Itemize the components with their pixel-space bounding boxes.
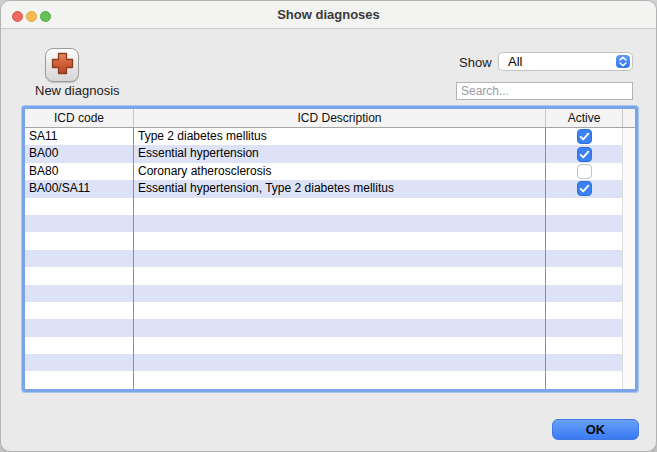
new-diagnosis-label: New diagnosis <box>35 83 113 98</box>
active-cell <box>546 302 623 319</box>
active-cell <box>546 337 623 354</box>
table-row-empty <box>25 285 635 302</box>
window-title: Show diagnoses <box>1 1 656 29</box>
scrollbar-track <box>623 232 635 249</box>
icd-code-cell <box>25 371 134 388</box>
icd-description-cell <box>134 389 546 390</box>
active-cell <box>546 145 623 162</box>
new-diagnosis-button[interactable] <box>45 48 79 82</box>
table-row-empty <box>25 302 635 319</box>
table-body: SA11Type 2 diabetes mellitusBA00Essentia… <box>25 128 635 390</box>
icd-code-cell <box>25 389 134 390</box>
active-cell <box>546 215 623 232</box>
table-row-empty <box>25 371 635 388</box>
active-cell <box>546 354 623 371</box>
icd-code-cell <box>25 215 134 232</box>
scrollbar-track <box>623 267 635 284</box>
icd-code-cell <box>25 354 134 371</box>
scrollbar-track <box>623 198 635 215</box>
table-header: ICD code ICD Description Active <box>25 109 635 128</box>
show-select[interactable]: All <box>498 52 633 71</box>
active-cell <box>546 198 623 215</box>
scrollbar-track <box>623 128 635 145</box>
icd-description-cell: Type 2 diabetes mellitus <box>134 128 546 145</box>
search-input[interactable] <box>456 82 633 100</box>
active-cell <box>546 250 623 267</box>
scrollbar-track <box>623 163 635 180</box>
icd-code-cell <box>25 232 134 249</box>
table-row-empty <box>25 267 635 284</box>
icd-code-cell <box>25 250 134 267</box>
icd-description-cell: Coronary atherosclerosis <box>134 163 546 180</box>
titlebar: Show diagnoses <box>1 1 656 29</box>
scrollbar-track <box>623 319 635 336</box>
icd-code-cell <box>25 267 134 284</box>
scrollbar-track <box>623 215 635 232</box>
icd-description-cell <box>134 354 546 371</box>
table-row-empty <box>25 232 635 249</box>
icd-description-cell <box>134 337 546 354</box>
table-row-empty <box>25 354 635 371</box>
icd-description-cell <box>134 267 546 284</box>
diagnoses-table: ICD code ICD Description Active SA11Type… <box>22 106 638 392</box>
table-row-empty <box>25 337 635 354</box>
icd-description-cell <box>134 319 546 336</box>
show-diagnoses-dialog: Show diagnoses New diagnosis Show All <box>0 0 657 452</box>
icd-code-cell <box>25 198 134 215</box>
icd-code-cell <box>25 337 134 354</box>
scrollbar-track <box>623 250 635 267</box>
scrollbar-header-spacer <box>623 109 635 127</box>
table-row-empty <box>25 198 635 215</box>
table-row-empty <box>25 250 635 267</box>
scrollbar-track <box>623 354 635 371</box>
table-row-empty <box>25 389 635 390</box>
show-select-value: All <box>508 54 522 69</box>
active-cell <box>546 267 623 284</box>
column-header-active[interactable]: Active <box>546 109 623 127</box>
active-checkbox-checked-icon[interactable] <box>577 147 592 162</box>
icd-description-cell <box>134 232 546 249</box>
plus-cross-icon <box>51 52 74 79</box>
ok-button[interactable]: OK <box>552 419 639 440</box>
active-cell <box>546 285 623 302</box>
column-header-icd-code[interactable]: ICD code <box>25 109 134 127</box>
show-label: Show <box>459 55 492 70</box>
scrollbar-track <box>623 389 635 390</box>
table-row-empty <box>25 319 635 336</box>
icd-description-cell <box>134 215 546 232</box>
icd-code-cell: BA00/SA11 <box>25 180 134 197</box>
icd-description-cell <box>134 250 546 267</box>
active-cell <box>546 319 623 336</box>
icd-description-cell: Essential hypertension <box>134 145 546 162</box>
icd-description-cell <box>134 302 546 319</box>
table-row[interactable]: BA00Essential hypertension <box>25 145 635 162</box>
active-cell <box>546 371 623 388</box>
icd-description-cell <box>134 285 546 302</box>
icd-code-cell <box>25 319 134 336</box>
scrollbar-track <box>623 302 635 319</box>
active-cell <box>546 180 623 197</box>
scrollbar-track <box>623 371 635 388</box>
active-checkbox-checked-icon[interactable] <box>577 129 592 144</box>
active-checkbox-checked-icon[interactable] <box>577 181 592 196</box>
table-row[interactable]: BA00/SA11Essential hypertension, Type 2 … <box>25 180 635 197</box>
icd-code-cell: SA11 <box>25 128 134 145</box>
scrollbar-track <box>623 145 635 162</box>
table-row[interactable]: SA11Type 2 diabetes mellitus <box>25 128 635 145</box>
scrollbar-track <box>623 337 635 354</box>
table-row[interactable]: BA80Coronary atherosclerosis <box>25 163 635 180</box>
column-header-icd-description[interactable]: ICD Description <box>134 109 546 127</box>
icd-code-cell: BA00 <box>25 145 134 162</box>
icd-code-cell: BA80 <box>25 163 134 180</box>
scrollbar-track <box>623 285 635 302</box>
active-checkbox-unchecked-icon[interactable] <box>577 164 592 179</box>
active-cell <box>546 128 623 145</box>
active-cell <box>546 163 623 180</box>
chevron-up-down-icon <box>616 55 630 68</box>
icd-description-cell: Essential hypertension, Type 2 diabetes … <box>134 180 546 197</box>
active-cell <box>546 389 623 390</box>
table-row-empty <box>25 215 635 232</box>
scrollbar-track <box>623 180 635 197</box>
icd-code-cell <box>25 302 134 319</box>
icd-description-cell <box>134 198 546 215</box>
